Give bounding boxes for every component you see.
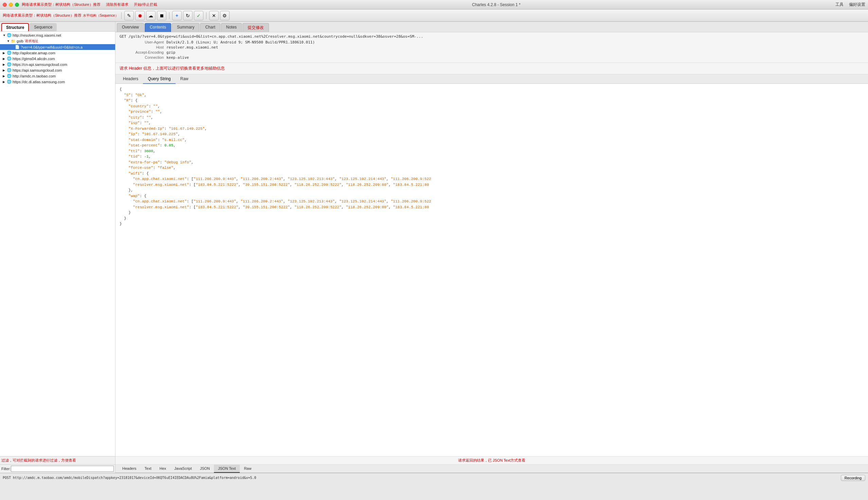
- menu-prefs[interactable]: 偏好设置: [849, 2, 865, 8]
- url-apilocate: http://apilocate.amap.com: [13, 51, 55, 55]
- content-tabs: Overview Contents Summary Chart Notes 提交…: [115, 22, 868, 32]
- tree-item-apilocate[interactable]: ▶ 🌐 http://apilocate.amap.com: [0, 50, 115, 56]
- btab-headers[interactable]: Headers: [118, 465, 141, 473]
- header-key-connection: Connection: [119, 55, 164, 60]
- header-key-host: Host: [119, 45, 164, 49]
- header-key-useragent: User-Agent: [119, 40, 164, 45]
- request-info: GET /gslb/?ver=4.0&type=wifi&uuid=0&list…: [115, 32, 868, 63]
- subtab-querystring[interactable]: Query String: [143, 75, 175, 84]
- tree-item-gtms04[interactable]: ▶ 🌐 https://gtms04.alicdn.com: [0, 56, 115, 61]
- filter-input[interactable]: [11, 466, 114, 472]
- network-annotation-1: 网络请求展示类型：树状结构（Structure）推荐: [3, 13, 81, 18]
- header-row-encoding: Accept-Encoding gzip: [119, 50, 864, 55]
- tree-item-resolver[interactable]: ▼ 🌐 http://resolver.msg.xiaomi.net: [0, 32, 115, 38]
- close-button[interactable]: [3, 3, 7, 7]
- sub-tabs: Headers Query String Raw: [115, 75, 868, 84]
- tree-item-cn-samsung[interactable]: ▶ 🌐 https://cn-api.samsungcloud.com: [0, 61, 115, 67]
- middle-annotation: 请求 Header 信息，上面可以进行切换查看更多地辅助信息: [115, 63, 868, 75]
- globe-icon-gtms04: 🌐: [7, 56, 12, 61]
- arrow-api-samsung: ▶: [3, 69, 7, 72]
- url-api-samsung: https://api.samsungcloud.com: [13, 68, 62, 72]
- header-key-encoding: Accept-Encoding: [119, 50, 164, 55]
- url-resolver: http://resolver.msg.xiaomi.net: [13, 33, 61, 37]
- header-row-useragent: User-Agent Dalvik/2.1.0 (Linux; U; Andro…: [119, 40, 864, 45]
- top-annotation-line1: 网络请求展示类型：树状结构（Structure）推荐: [22, 2, 101, 7]
- refresh-button[interactable]: ↻: [183, 11, 193, 20]
- arrow-dc-atlas: ▶: [3, 80, 7, 83]
- gear-button[interactable]: ⚙: [220, 11, 230, 20]
- subtab-headers[interactable]: Headers: [118, 75, 143, 84]
- tree-item-amdc-taobao[interactable]: ▶ 🌐 http://amdc.m.taobao.com: [0, 73, 115, 79]
- tree-item-gslb[interactable]: ▼ 📁 gslb 请求地址: [0, 38, 115, 44]
- tab-structure[interactable]: Structure: [1, 23, 29, 31]
- globe-icon-dc-atlas: 🌐: [7, 79, 12, 84]
- filter-button[interactable]: ✦: [172, 11, 182, 20]
- url-gslb: gslb: [16, 39, 23, 43]
- tab-sequence[interactable]: Sequence: [30, 23, 57, 31]
- arrow-gtms04: ▶: [3, 57, 7, 60]
- globe-icon-apilocate: 🌐: [7, 50, 12, 55]
- url-cn-samsung: https://cn-api.samsungcloud.com: [13, 62, 67, 67]
- globe-icon-resolver: 🌐: [7, 33, 12, 37]
- main-layout: Structure Sequence ▼ 🌐 http://resolver.m…: [0, 22, 868, 473]
- globe-icon-amdc-taobao: 🌐: [7, 74, 12, 78]
- folder-icon-gslb: 📁: [11, 39, 16, 44]
- header-row-host: Host resolver.msg.xiaomi.net: [119, 45, 864, 49]
- btab-raw[interactable]: Raw: [240, 465, 255, 473]
- menu-bar: 网络请求展示类型：树状结构（Structure）推荐 清除所有请求 开始/停止拦…: [22, 2, 157, 7]
- stop-button[interactable]: ⏹: [157, 11, 166, 20]
- recording-button[interactable]: Recording: [841, 475, 865, 481]
- tree-item-selected[interactable]: 📄 ?ver=4.0&type=wifi&uuid=0&list=cn.a: [0, 44, 115, 50]
- toolbar-separator-2: [169, 12, 170, 19]
- toolbar-separator-3: [206, 12, 207, 19]
- wrench-button[interactable]: ✕: [209, 11, 219, 20]
- header-row-connection: Connection keep-alive: [119, 55, 864, 60]
- toolbar-separator-1: [121, 12, 121, 19]
- btab-text[interactable]: Text: [141, 465, 155, 473]
- url-dc-atlas: https://dc.di.atlas.samsung.com: [13, 80, 65, 84]
- btab-javascript[interactable]: JavaScript: [170, 465, 196, 473]
- tab-contents[interactable]: Contents: [145, 23, 171, 32]
- sidebar-tabs: Structure Sequence: [0, 22, 115, 32]
- arrow-amdc-taobao: ▶: [3, 75, 7, 78]
- tab-overview[interactable]: Overview: [117, 23, 144, 32]
- menu-tools[interactable]: 工具: [835, 2, 844, 8]
- tree-item-dc-atlas[interactable]: ▶ 🌐 https://dc.di.atlas.samsung.com: [0, 79, 115, 84]
- globe-icon-cn-samsung: 🌐: [7, 62, 12, 67]
- arrow-cn-samsung: ▶: [3, 63, 7, 66]
- window-menu: 工具 偏好设置: [835, 2, 865, 8]
- toolbar: 网络请求展示类型：树状结构（Structure）推荐 水平结构（Sequence…: [0, 10, 868, 22]
- tab-chart[interactable]: Chart: [200, 23, 220, 32]
- record-button[interactable]: ⏺: [135, 11, 145, 20]
- network-annotation-2: 水平结构（Sequence）: [83, 13, 118, 18]
- bottom-annotation: 请求返回的结果，已 JSON Text方式查看: [115, 456, 868, 465]
- cloud-button[interactable]: ☁: [146, 11, 155, 20]
- doc-icon-selected: 📄: [15, 45, 20, 49]
- url-gtms04: https://gtms04.alicdn.com: [13, 57, 55, 61]
- check-button[interactable]: ✓: [194, 11, 204, 20]
- tab-summary[interactable]: Summary: [172, 23, 199, 32]
- minimize-button[interactable]: [9, 3, 13, 7]
- gslb-annotation: 请求地址: [25, 39, 38, 44]
- btab-hex[interactable]: Hex: [155, 465, 171, 473]
- arrow-gslb: ▼: [7, 39, 11, 43]
- title-bar: 网络请求展示类型：树状结构（Structure）推荐 清除所有请求 开始/停止拦…: [0, 0, 868, 10]
- maximize-button[interactable]: [15, 3, 19, 7]
- arrow-resolver: ▼: [3, 34, 7, 37]
- filter-bar: 过滤，可对拦截到的请求进行过滤，方便查看: [0, 456, 115, 464]
- tab-notes[interactable]: Notes: [221, 23, 242, 32]
- subtab-raw-request[interactable]: Raw: [176, 75, 193, 84]
- url-amdc-taobao: http://amdc.m.taobao.com: [13, 74, 56, 78]
- header-val-host: resolver.msg.xiaomi.net: [166, 45, 218, 49]
- header-val-useragent: Dalvik/2.1.0 (Linux; U; Android 9; SM-N9…: [166, 40, 315, 45]
- tab-submit[interactable]: 提交修改: [242, 23, 269, 32]
- globe-icon-api-samsung: 🌐: [7, 68, 12, 72]
- arrow-apilocate: ▶: [3, 51, 7, 55]
- tree-item-api-samsung[interactable]: ▶ 🌐 https://api.samsungcloud.com: [0, 67, 115, 73]
- btab-json-text[interactable]: JSON Text: [214, 465, 240, 473]
- sidebar-tree: ▼ 🌐 http://resolver.msg.xiaomi.net ▼ 📁 g…: [0, 32, 115, 456]
- startstop-label[interactable]: 开始/停止拦截: [134, 2, 157, 7]
- pen-tool-button[interactable]: ✎: [124, 11, 134, 20]
- btab-json[interactable]: JSON: [196, 465, 214, 473]
- status-url: POST http://amdc.m.taobao.com/amdc/mobil…: [3, 476, 838, 480]
